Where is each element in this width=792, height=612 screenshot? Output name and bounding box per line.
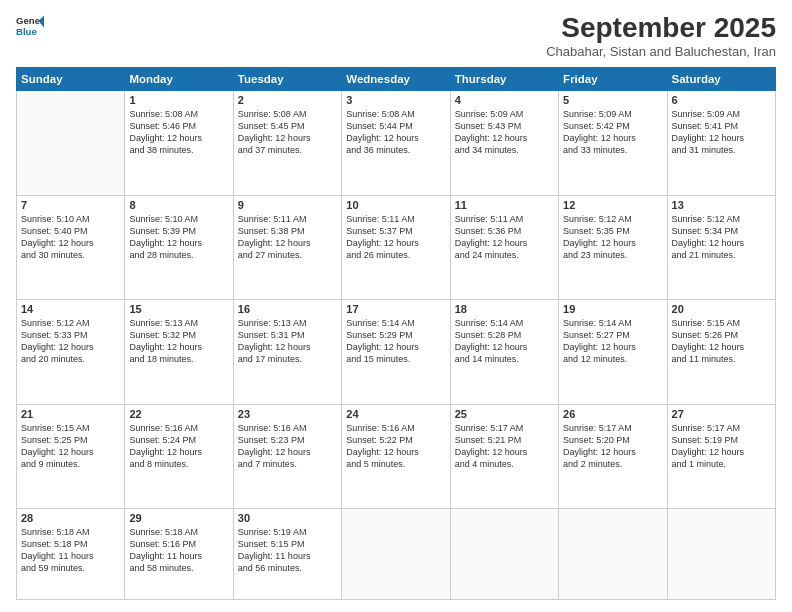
day-info: Sunrise: 5:09 AMSunset: 5:42 PMDaylight:… [563,108,662,157]
day-info: Sunrise: 5:16 AMSunset: 5:22 PMDaylight:… [346,422,445,471]
day-info: Sunrise: 5:18 AMSunset: 5:18 PMDaylight:… [21,526,120,575]
day-number: 25 [455,408,554,420]
calendar-cell: 2Sunrise: 5:08 AMSunset: 5:45 PMDaylight… [233,91,341,196]
logo: General Blue [16,12,44,40]
calendar-cell [450,509,558,600]
day-info: Sunrise: 5:19 AMSunset: 5:15 PMDaylight:… [238,526,337,575]
calendar-cell: 16Sunrise: 5:13 AMSunset: 5:31 PMDayligh… [233,300,341,405]
col-header-saturday: Saturday [667,68,775,91]
col-header-thursday: Thursday [450,68,558,91]
day-number: 2 [238,94,337,106]
header: General Blue September 2025 Chabahar, Si… [16,12,776,59]
col-header-tuesday: Tuesday [233,68,341,91]
calendar-cell: 11Sunrise: 5:11 AMSunset: 5:36 PMDayligh… [450,195,558,300]
calendar-cell: 23Sunrise: 5:16 AMSunset: 5:23 PMDayligh… [233,404,341,509]
calendar-cell: 3Sunrise: 5:08 AMSunset: 5:44 PMDaylight… [342,91,450,196]
calendar-cell: 15Sunrise: 5:13 AMSunset: 5:32 PMDayligh… [125,300,233,405]
day-info: Sunrise: 5:17 AMSunset: 5:21 PMDaylight:… [455,422,554,471]
day-number: 20 [672,303,771,315]
day-info: Sunrise: 5:08 AMSunset: 5:44 PMDaylight:… [346,108,445,157]
week-row-2: 7Sunrise: 5:10 AMSunset: 5:40 PMDaylight… [17,195,776,300]
day-number: 27 [672,408,771,420]
calendar-cell: 12Sunrise: 5:12 AMSunset: 5:35 PMDayligh… [559,195,667,300]
day-info: Sunrise: 5:09 AMSunset: 5:41 PMDaylight:… [672,108,771,157]
week-row-3: 14Sunrise: 5:12 AMSunset: 5:33 PMDayligh… [17,300,776,405]
day-number: 29 [129,512,228,524]
day-number: 13 [672,199,771,211]
day-info: Sunrise: 5:16 AMSunset: 5:23 PMDaylight:… [238,422,337,471]
week-row-1: 1Sunrise: 5:08 AMSunset: 5:46 PMDaylight… [17,91,776,196]
day-number: 19 [563,303,662,315]
calendar-cell: 22Sunrise: 5:16 AMSunset: 5:24 PMDayligh… [125,404,233,509]
day-number: 30 [238,512,337,524]
page: General Blue September 2025 Chabahar, Si… [0,0,792,612]
day-number: 10 [346,199,445,211]
calendar-cell [17,91,125,196]
day-info: Sunrise: 5:12 AMSunset: 5:33 PMDaylight:… [21,317,120,366]
calendar-cell: 21Sunrise: 5:15 AMSunset: 5:25 PMDayligh… [17,404,125,509]
day-info: Sunrise: 5:12 AMSunset: 5:35 PMDaylight:… [563,213,662,262]
day-info: Sunrise: 5:08 AMSunset: 5:46 PMDaylight:… [129,108,228,157]
col-header-friday: Friday [559,68,667,91]
day-number: 5 [563,94,662,106]
day-info: Sunrise: 5:13 AMSunset: 5:31 PMDaylight:… [238,317,337,366]
calendar-cell: 18Sunrise: 5:14 AMSunset: 5:28 PMDayligh… [450,300,558,405]
calendar-cell: 4Sunrise: 5:09 AMSunset: 5:43 PMDaylight… [450,91,558,196]
day-info: Sunrise: 5:17 AMSunset: 5:19 PMDaylight:… [672,422,771,471]
day-number: 26 [563,408,662,420]
calendar-cell: 9Sunrise: 5:11 AMSunset: 5:38 PMDaylight… [233,195,341,300]
day-info: Sunrise: 5:11 AMSunset: 5:38 PMDaylight:… [238,213,337,262]
calendar-cell: 24Sunrise: 5:16 AMSunset: 5:22 PMDayligh… [342,404,450,509]
calendar-cell: 8Sunrise: 5:10 AMSunset: 5:39 PMDaylight… [125,195,233,300]
calendar-cell: 20Sunrise: 5:15 AMSunset: 5:26 PMDayligh… [667,300,775,405]
month-title: September 2025 [546,12,776,44]
day-info: Sunrise: 5:17 AMSunset: 5:20 PMDaylight:… [563,422,662,471]
day-number: 21 [21,408,120,420]
col-header-wednesday: Wednesday [342,68,450,91]
day-number: 16 [238,303,337,315]
day-info: Sunrise: 5:08 AMSunset: 5:45 PMDaylight:… [238,108,337,157]
day-number: 18 [455,303,554,315]
calendar-cell: 10Sunrise: 5:11 AMSunset: 5:37 PMDayligh… [342,195,450,300]
day-number: 1 [129,94,228,106]
calendar-cell: 13Sunrise: 5:12 AMSunset: 5:34 PMDayligh… [667,195,775,300]
calendar-cell [667,509,775,600]
calendar-cell: 25Sunrise: 5:17 AMSunset: 5:21 PMDayligh… [450,404,558,509]
calendar-cell [559,509,667,600]
day-info: Sunrise: 5:11 AMSunset: 5:36 PMDaylight:… [455,213,554,262]
day-number: 3 [346,94,445,106]
svg-text:Blue: Blue [16,26,37,37]
day-number: 15 [129,303,228,315]
day-number: 14 [21,303,120,315]
day-info: Sunrise: 5:10 AMSunset: 5:39 PMDaylight:… [129,213,228,262]
subtitle: Chabahar, Sistan and Baluchestan, Iran [546,44,776,59]
calendar-cell: 7Sunrise: 5:10 AMSunset: 5:40 PMDaylight… [17,195,125,300]
day-number: 17 [346,303,445,315]
calendar-cell: 14Sunrise: 5:12 AMSunset: 5:33 PMDayligh… [17,300,125,405]
calendar-cell: 28Sunrise: 5:18 AMSunset: 5:18 PMDayligh… [17,509,125,600]
day-info: Sunrise: 5:10 AMSunset: 5:40 PMDaylight:… [21,213,120,262]
day-number: 6 [672,94,771,106]
calendar-cell: 30Sunrise: 5:19 AMSunset: 5:15 PMDayligh… [233,509,341,600]
day-info: Sunrise: 5:09 AMSunset: 5:43 PMDaylight:… [455,108,554,157]
calendar-table: SundayMondayTuesdayWednesdayThursdayFrid… [16,67,776,600]
day-info: Sunrise: 5:12 AMSunset: 5:34 PMDaylight:… [672,213,771,262]
calendar-cell: 17Sunrise: 5:14 AMSunset: 5:29 PMDayligh… [342,300,450,405]
week-row-4: 21Sunrise: 5:15 AMSunset: 5:25 PMDayligh… [17,404,776,509]
day-info: Sunrise: 5:14 AMSunset: 5:28 PMDaylight:… [455,317,554,366]
calendar-cell [342,509,450,600]
day-number: 9 [238,199,337,211]
calendar-cell: 27Sunrise: 5:17 AMSunset: 5:19 PMDayligh… [667,404,775,509]
day-number: 22 [129,408,228,420]
day-number: 23 [238,408,337,420]
calendar-cell: 5Sunrise: 5:09 AMSunset: 5:42 PMDaylight… [559,91,667,196]
day-number: 8 [129,199,228,211]
day-info: Sunrise: 5:14 AMSunset: 5:27 PMDaylight:… [563,317,662,366]
day-number: 28 [21,512,120,524]
calendar-cell: 6Sunrise: 5:09 AMSunset: 5:41 PMDaylight… [667,91,775,196]
calendar-cell: 1Sunrise: 5:08 AMSunset: 5:46 PMDaylight… [125,91,233,196]
day-info: Sunrise: 5:14 AMSunset: 5:29 PMDaylight:… [346,317,445,366]
day-info: Sunrise: 5:15 AMSunset: 5:25 PMDaylight:… [21,422,120,471]
calendar-cell: 19Sunrise: 5:14 AMSunset: 5:27 PMDayligh… [559,300,667,405]
col-header-sunday: Sunday [17,68,125,91]
